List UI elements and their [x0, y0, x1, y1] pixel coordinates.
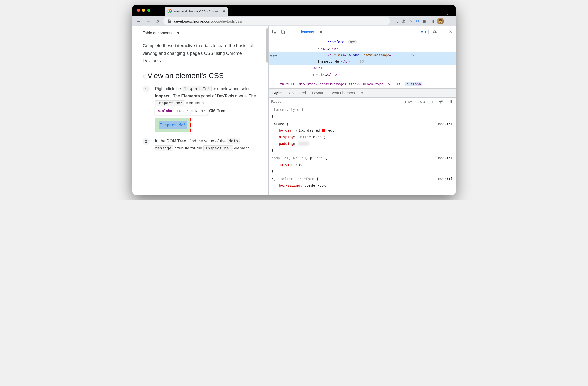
prop-val: 1px dashed: [298, 128, 322, 132]
selector-gray: , pre: [312, 156, 323, 160]
browser-tab[interactable]: View and change CSS - Chrom ×: [165, 7, 228, 16]
section-heading: View an element's CSS: [143, 71, 258, 80]
device-toggle-icon[interactable]: [281, 29, 285, 34]
tree-row-selected-text[interactable]: Inspect Me!</p> == $0: [269, 58, 456, 65]
toc-toggle[interactable]: Table of contents ▼: [143, 31, 258, 35]
source-link[interactable]: (index):1: [434, 121, 453, 127]
flex-badge[interactable]: flex: [348, 40, 357, 44]
expand-icon[interactable]: ▶: [296, 129, 298, 132]
computed-sidebar-icon[interactable]: [447, 99, 453, 104]
breadcrumb[interactable]: … lth-full div.stack.center-images.stack…: [269, 80, 456, 88]
bc-item[interactable]: lth-full: [278, 82, 294, 86]
bookmark-icon[interactable]: ☆: [409, 18, 413, 24]
elements-tree[interactable]: ::before flex ▶<p>…</p> ●●● <p class="al…: [269, 37, 456, 80]
tree-row-selected[interactable]: ●●● <p class="aloha" data-message=" ">: [269, 52, 456, 58]
bc-item[interactable]: ol: [388, 82, 392, 86]
styles-filter-input[interactable]: Filter: [271, 99, 401, 103]
source-link[interactable]: (index):1: [434, 176, 453, 182]
bc-item-active[interactable]: p.aloha: [405, 82, 422, 86]
address-bar[interactable]: developer.chrome.com/docs/devtools/css/: [163, 17, 390, 25]
zoom-icon[interactable]: [394, 19, 399, 24]
kebab-menu-icon[interactable]: ⋮: [447, 18, 451, 24]
brace: }: [272, 169, 274, 173]
issues-badge[interactable]: 1: [418, 29, 429, 35]
prop-name: margin: [279, 162, 292, 166]
styles-rules[interactable]: element.style { } (index):1 .aloha { bor…: [269, 106, 456, 195]
expand-icon[interactable]: ▶: [313, 71, 315, 78]
expand-icon[interactable]: ▶: [296, 163, 298, 166]
reload-button[interactable]: ⟳: [154, 18, 161, 24]
tooltip-dimensions: 118.96 × 61.97: [176, 109, 205, 113]
step-number: 1: [143, 86, 149, 93]
tag: </p>: [330, 46, 338, 50]
extensions-icon[interactable]: [422, 19, 427, 24]
expand-icon[interactable]: ▶: [317, 45, 320, 52]
paint-icon[interactable]: [438, 99, 444, 104]
bold-dom-tree: DOM Tree: [167, 139, 186, 143]
scissors-extension-icon[interactable]: ✂: [416, 18, 419, 24]
code-inspect-me: Inspect Me!: [182, 86, 211, 92]
tag: </li>: [313, 66, 323, 70]
rule-aloha[interactable]: (index):1 .aloha { border: ▶1px dashed r…: [269, 120, 456, 154]
selector: .aloha: [272, 122, 284, 126]
sidepanel-icon[interactable]: [430, 19, 434, 24]
attr: data-message: [363, 53, 389, 57]
close-devtools-icon[interactable]: ×: [449, 29, 452, 35]
inspect-element-icon[interactable]: [272, 29, 276, 34]
cls-toggle[interactable]: .cls: [417, 99, 427, 104]
tab-elements[interactable]: Elements: [297, 27, 315, 37]
bc-item[interactable]: li: [396, 82, 400, 86]
back-button[interactable]: ←: [135, 18, 142, 24]
window-minimize-button[interactable]: [142, 9, 145, 12]
tab-close-button[interactable]: ×: [223, 9, 225, 14]
scrollbar-thumb[interactable]: [266, 28, 268, 63]
text: element.: [234, 146, 250, 151]
code-inspect-me-2: Inspect Me!: [155, 100, 184, 106]
hov-toggle[interactable]: :hov: [404, 99, 414, 104]
tabs-menu-icon[interactable]: ⌄: [446, 12, 449, 16]
color-swatch[interactable]: [322, 129, 325, 132]
prop-name: box-sizing: [279, 183, 300, 187]
rule-star[interactable]: (index):1 *, ::after, ::before { box-siz…: [269, 175, 456, 189]
bc-more[interactable]: …: [427, 82, 429, 86]
selector-match: p: [310, 156, 312, 160]
profile-avatar[interactable]: 🧑: [437, 18, 444, 24]
svg-rect-4: [430, 20, 434, 23]
source-link[interactable]: (index):1: [434, 155, 453, 161]
tag: <p>: [321, 46, 327, 50]
more-tabs-icon[interactable]: »: [320, 29, 322, 34]
text: .: [226, 108, 227, 113]
tree-row[interactable]: ▶<p>…</p>: [269, 45, 456, 52]
new-tab-button[interactable]: +: [231, 9, 237, 16]
tab-styles[interactable]: Styles: [273, 89, 282, 97]
inspect-me-element[interactable]: Inspect Me!: [155, 118, 191, 132]
forward-button[interactable]: →: [145, 18, 151, 24]
code-inspect-me-3: Inspect Me!: [203, 145, 233, 151]
bc-more[interactable]: …: [272, 82, 273, 86]
more-tabs-icon[interactable]: »: [361, 91, 363, 95]
tree-row[interactable]: </li>: [269, 65, 456, 71]
toolbar: ← → ⟳ developer.chrome.com/docs/devtools…: [132, 16, 456, 26]
step-body: In the DOM Tree , find the value of the …: [155, 137, 258, 152]
tab-event-listeners[interactable]: Event Listeners: [330, 91, 355, 95]
window-close-button[interactable]: [137, 9, 140, 12]
attr: class: [334, 53, 344, 57]
bc-item[interactable]: div.stack.center-images.stack--block.typ…: [299, 82, 384, 86]
styles-tabbar: Styles Computed Layout Event Listeners »: [269, 88, 456, 97]
share-icon[interactable]: [401, 19, 406, 24]
tab-layout[interactable]: Layout: [312, 91, 323, 95]
rule-element-style[interactable]: element.style { }: [269, 106, 456, 120]
settings-icon[interactable]: [433, 29, 437, 34]
tree-row[interactable]: ▶<li>…</li>: [269, 71, 456, 78]
tree-row[interactable]: ::before flex: [269, 39, 456, 45]
new-rule-icon[interactable]: +: [430, 98, 435, 105]
tooltip-selector: p.aloha: [158, 109, 172, 113]
tag: </li>: [327, 73, 337, 77]
devtools-tabbar: Elements » 1 ⋮ ×: [269, 26, 456, 37]
kebab-menu-icon[interactable]: ⋮: [441, 29, 445, 34]
prop-name: padding: [279, 142, 294, 146]
tag: <li>: [316, 73, 325, 77]
rule-body-etc[interactable]: (index):1 body, h1, h2, h3, p, pre { mar…: [269, 154, 456, 175]
window-zoom-button[interactable]: [147, 9, 150, 12]
tab-computed[interactable]: Computed: [289, 91, 306, 95]
